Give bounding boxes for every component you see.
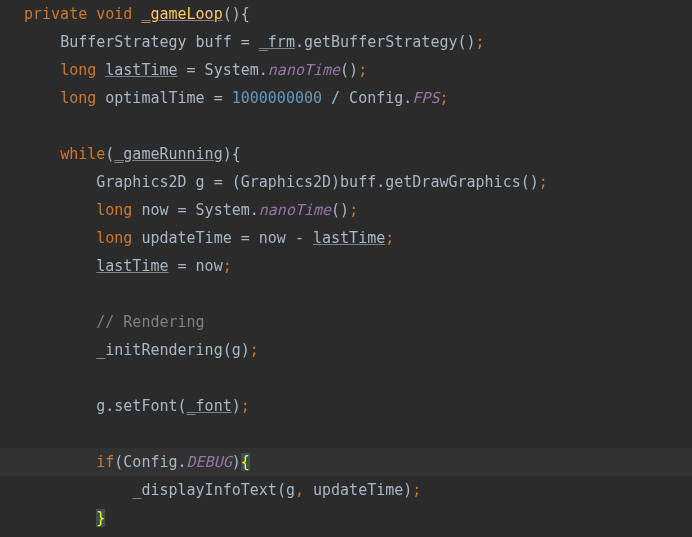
text: now [132,201,177,219]
semicolon: ; [241,397,250,415]
paren-close: ) [232,453,241,471]
paren-open: ( [105,145,114,163]
keyword-long: long [60,89,96,107]
blank-line[interactable] [24,420,692,448]
keyword-private: private [24,5,87,23]
text: (g) [223,341,250,359]
keyword-long: long [96,201,132,219]
semicolon: ; [385,229,394,247]
brace-close-matched: } [96,509,105,527]
blank-line[interactable] [24,364,692,392]
operator: = [178,201,187,219]
code-line[interactable]: long optimalTime = 1000000000 / Config.F… [24,84,692,112]
comma: , [295,481,304,499]
keyword-void: void [96,5,132,23]
text: () [340,61,358,79]
var-lasttime: lastTime [96,257,168,275]
code-line[interactable]: g.setFont(_font); [24,392,692,420]
comment: // Rendering [96,313,204,331]
code-line[interactable]: while(_gameRunning){ [24,140,692,168]
operator: = [178,257,187,275]
field-gamerunning: _gameRunning [114,145,222,163]
semicolon: ; [250,341,259,359]
code-line[interactable]: BufferStrategy buff = _frm.getBufferStra… [24,28,692,56]
text: now [187,257,223,275]
semicolon: ; [439,89,448,107]
blank-line[interactable] [24,280,692,308]
text: / Config. [322,89,412,107]
semicolon: ; [539,173,548,191]
code-line[interactable]: private void _gameLoop(){ [24,0,692,28]
paren-open: (Config. [114,453,186,471]
field-frm: _frm [259,33,295,51]
operator-minus: - [295,229,304,247]
code-line[interactable]: long lastTime = System.nanoTime(); [24,56,692,84]
operator: = [214,173,223,191]
operator: = [187,61,196,79]
text: Graphics2D g [96,173,213,191]
text: now [250,229,295,247]
static-fps: FPS [412,89,439,107]
text: optimalTime [96,89,213,107]
text: BufferStrategy buff [60,33,241,51]
paren-close-brace: ){ [223,145,241,163]
keyword-long: long [60,61,96,79]
var-lasttime: lastTime [313,229,385,247]
static-debug: DEBUG [187,453,232,471]
code-line[interactable]: } [24,504,692,532]
code-line-current[interactable]: if(Config.DEBUG){ [0,448,692,476]
keyword-while: while [60,145,105,163]
operator: = [214,89,223,107]
text: (Graphics2D)buff.getDrawGraphics() [223,173,539,191]
text: (g [277,481,295,499]
code-line[interactable]: _displayInfoText(g, updateTime); [24,476,692,504]
method-name: _gameLoop [141,5,222,23]
code-editor[interactable]: private void _gameLoop(){ BufferStrategy… [0,0,692,532]
operator: = [241,33,250,51]
text: g.setFont( [96,397,186,415]
text: ) [232,397,241,415]
code-line[interactable]: _initRendering(g); [24,336,692,364]
text: .getBufferStrategy() [295,33,476,51]
code-line[interactable]: long now = System.nanoTime(); [24,196,692,224]
text: updateTime) [304,481,412,499]
code-line[interactable]: long updateTime = now - lastTime; [24,224,692,252]
code-line[interactable]: Graphics2D g = (Graphics2D)buff.getDrawG… [24,168,692,196]
code-line[interactable]: // Rendering [24,308,692,336]
var-lasttime: lastTime [105,61,177,79]
static-nanotime: nanoTime [259,201,331,219]
brace-open-matched: { [241,453,250,471]
semicolon: ; [358,61,367,79]
method-call: _displayInfoText [132,481,277,499]
text: System. [187,201,259,219]
semicolon: ; [349,201,358,219]
static-nanotime: nanoTime [268,61,340,79]
blank-line[interactable] [24,112,692,140]
semicolon: ; [412,481,421,499]
operator: = [241,229,250,247]
text: System. [196,61,268,79]
semicolon: ; [476,33,485,51]
field-font: _font [187,397,232,415]
keyword-if: if [96,453,114,471]
keyword-long: long [96,229,132,247]
number-literal: 1000000000 [232,89,322,107]
method-call: _initRendering [96,341,222,359]
text: updateTime [132,229,240,247]
code-line[interactable]: lastTime = now; [24,252,692,280]
parens: (){ [223,5,250,23]
text: () [331,201,349,219]
semicolon: ; [223,257,232,275]
